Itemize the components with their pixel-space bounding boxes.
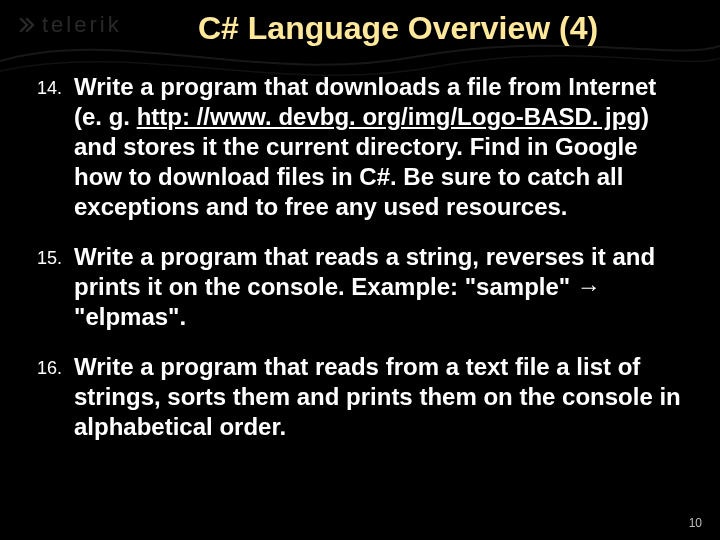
page-number: 10 (689, 516, 702, 530)
slide-title: C# Language Overview (4) (198, 10, 706, 47)
slide: telerik C# Language Overview (4) 14. Wri… (0, 0, 720, 540)
item-number: 15. (22, 242, 74, 332)
list-item: 14. Write a program that downloads a fil… (22, 72, 690, 222)
brand-text: telerik (42, 12, 122, 38)
list-item: 16. Write a program that reads from a te… (22, 352, 690, 442)
brand-icon (18, 16, 36, 34)
brand-logo: telerik (18, 12, 122, 38)
item-number: 14. (22, 72, 74, 222)
item-text: Write a program that reads a string, rev… (74, 242, 690, 332)
example-link[interactable]: http: //www. devbg. org/img/Logo-BASD. j… (137, 103, 641, 130)
content-list: 14. Write a program that downloads a fil… (22, 72, 690, 462)
item-text: Write a program that downloads a file fr… (74, 72, 690, 222)
list-item: 15. Write a program that reads a string,… (22, 242, 690, 332)
item-text: Write a program that reads from a text f… (74, 352, 690, 442)
item-number: 16. (22, 352, 74, 442)
